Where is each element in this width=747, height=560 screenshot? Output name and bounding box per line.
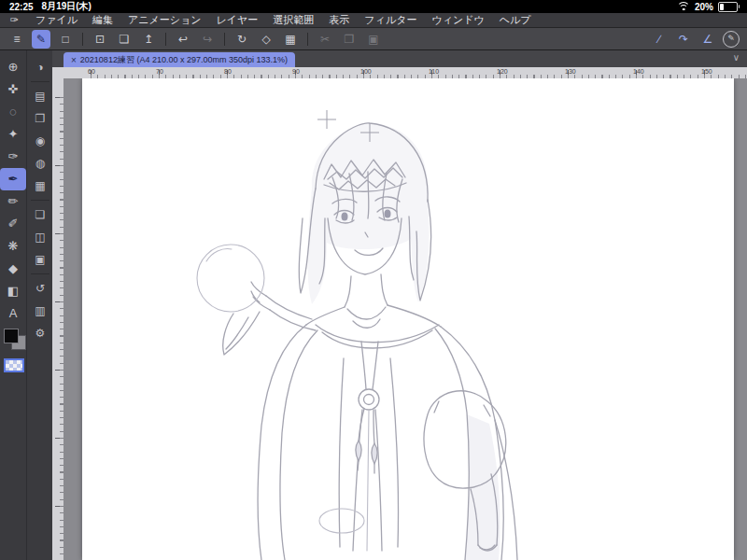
move-tool-button[interactable]: ✜ bbox=[0, 78, 26, 101]
main-menu-button[interactable]: ≡ bbox=[7, 30, 26, 49]
selection-tool-button[interactable]: ◌ bbox=[0, 101, 26, 123]
sub-tool-icon: ❐ bbox=[35, 112, 46, 125]
snap-to-grid-button[interactable]: ∠ bbox=[698, 30, 717, 49]
zoom-tool-button[interactable]: ⊕ bbox=[0, 56, 26, 78]
color-indicator-button[interactable]: ◑ bbox=[27, 56, 53, 78]
undo-arrow-icon: ↩ bbox=[178, 33, 188, 46]
eraser-tool-button[interactable]: ◆ bbox=[0, 258, 26, 280]
toolbar-divider bbox=[165, 33, 166, 46]
ruler-number: 130 bbox=[565, 68, 576, 75]
rotate-view-button[interactable]: ↻ bbox=[233, 30, 251, 49]
material-icon: ▥ bbox=[35, 304, 45, 317]
quick-access-panel-button[interactable]: ▤ bbox=[27, 85, 53, 107]
menu-selection[interactable]: 選択範囲 bbox=[273, 13, 314, 27]
brush-size-icon: ◉ bbox=[35, 134, 45, 147]
history-icon: ↺ bbox=[35, 282, 45, 295]
ruler-number: 60 bbox=[88, 68, 95, 75]
ruler-number: 120 bbox=[497, 68, 508, 75]
tab-list-chevron-icon[interactable]: ∨ bbox=[733, 52, 740, 63]
copy-button[interactable]: ❐ bbox=[340, 30, 359, 49]
menu-help[interactable]: ヘルプ bbox=[500, 13, 531, 27]
airbrush-tool-button[interactable]: ❋ bbox=[0, 235, 26, 258]
operation-pen-icon: ✎ bbox=[36, 33, 46, 46]
color-wheel-icon: ◍ bbox=[35, 157, 45, 170]
clear-canvas-button[interactable]: ◇ bbox=[257, 30, 275, 49]
menu-layer[interactable]: レイヤー bbox=[217, 13, 259, 27]
grid-snap-icon: ∠ bbox=[703, 33, 713, 46]
text-icon: A bbox=[9, 306, 18, 320]
ruler-number: 150 bbox=[701, 68, 712, 75]
material-panel-button[interactable]: ▥ bbox=[27, 300, 53, 322]
ruler-number: 80 bbox=[224, 68, 232, 75]
open-file-button[interactable]: ❏ bbox=[115, 30, 134, 49]
toolbar-divider bbox=[224, 33, 225, 46]
special-ruler-snap-icon: ↷ bbox=[679, 33, 688, 46]
menu-animation[interactable]: アニメーション bbox=[128, 13, 202, 27]
share-file-button[interactable]: ↥ bbox=[139, 30, 158, 49]
cut-button[interactable]: ✂ bbox=[316, 30, 334, 49]
ipad-status-bar: 22:25 8月19日(木) 20% bbox=[0, 0, 747, 13]
command-toolbar: ≡ ✎ □ ⊡ ❏ ↥ ↩ ↪ ↻ ◇ ▦ ✂ ❐ ▣ ∕ ↷ ∠ ✎ bbox=[0, 28, 747, 50]
lasso-icon: ◌ bbox=[9, 105, 17, 119]
settings-panel-button[interactable]: ⚙ bbox=[27, 322, 53, 344]
ruler-number: 110 bbox=[429, 68, 439, 75]
menu-window[interactable]: ウィンドウ bbox=[431, 13, 484, 27]
toolbar-divider bbox=[307, 33, 308, 46]
trim-canvas-button[interactable]: ▦ bbox=[281, 30, 300, 49]
tool-column: ⊕ ✜ ◌ ✦ ✑ ✒ ✏ ✐ ❋ ◆ ◧ A bbox=[0, 50, 26, 560]
main-color-swatch[interactable] bbox=[4, 329, 19, 343]
layer-panel-button[interactable]: ❏ bbox=[27, 203, 53, 226]
eyedropper-icon: ✑ bbox=[8, 149, 19, 163]
fill-tool-button[interactable]: ◧ bbox=[0, 280, 26, 302]
undo-button[interactable]: ↩ bbox=[174, 30, 192, 49]
magnifier-icon: ⊕ bbox=[8, 60, 19, 74]
assistant-pen-button[interactable]: ✎ bbox=[723, 31, 740, 48]
text-tool-button[interactable]: A bbox=[0, 302, 26, 325]
history-panel-button[interactable]: ↺ bbox=[27, 277, 53, 300]
snap-to-ruler-button[interactable]: ∕ bbox=[650, 30, 669, 49]
document-tab[interactable]: × 20210812練習 (A4 210.00 x 297.00mm 350dp… bbox=[63, 52, 295, 67]
paste-button[interactable]: ▣ bbox=[364, 30, 383, 49]
pen-tool-button[interactable]: ✒ bbox=[0, 168, 26, 190]
transparent-color-swatch[interactable] bbox=[4, 358, 24, 372]
close-tab-icon[interactable]: × bbox=[71, 55, 77, 65]
menu-view[interactable]: 表示 bbox=[329, 13, 349, 27]
canvas-page[interactable] bbox=[82, 78, 734, 560]
auto-select-tool-button[interactable]: ✦ bbox=[0, 123, 26, 146]
redo-button[interactable]: ↪ bbox=[198, 30, 217, 49]
sub-tool-panel-button[interactable]: ❐ bbox=[27, 107, 53, 130]
panel-divider bbox=[31, 200, 49, 201]
paste-icon: ▣ bbox=[368, 33, 378, 46]
document-tab-bar: × 20210812練習 (A4 210.00 x 297.00mm 350dp… bbox=[52, 50, 747, 68]
ruler-number: 140 bbox=[633, 68, 644, 75]
quick-access-icon: ▤ bbox=[35, 90, 45, 103]
menu-edit[interactable]: 編集 bbox=[92, 13, 113, 27]
operation-select-button[interactable]: ✎ bbox=[32, 30, 50, 49]
tool-sidebar: ⊕ ✜ ◌ ✦ ✑ ✒ ✏ ✐ ❋ ◆ ◧ A ◑ ▤ ❐ ◉ ◍ bbox=[0, 50, 53, 560]
transform-button[interactable]: □ bbox=[56, 30, 75, 49]
color-set-icon: ▦ bbox=[35, 179, 45, 192]
navigator-icon: ▣ bbox=[35, 253, 45, 266]
brush-size-panel-button[interactable]: ◉ bbox=[27, 130, 53, 152]
pencil-icon: ✏ bbox=[8, 194, 19, 208]
eyedropper-tool-button[interactable]: ✑ bbox=[0, 146, 26, 168]
layer-property-panel-button[interactable]: ◫ bbox=[27, 226, 53, 248]
layer-property-icon: ◫ bbox=[35, 231, 45, 244]
color-wheel-panel-button[interactable]: ◍ bbox=[27, 152, 53, 175]
pencil-tool-button[interactable]: ✏ bbox=[0, 190, 26, 213]
ruler-number: 90 bbox=[292, 68, 300, 75]
menu-filter[interactable]: フィルター bbox=[364, 13, 416, 27]
ruler-number: 70 bbox=[156, 68, 163, 75]
toolbar-divider bbox=[82, 33, 83, 46]
color-set-panel-button[interactable]: ▦ bbox=[27, 175, 53, 197]
menu-bar: ✑ ファイル 編集 アニメーション レイヤー 選択範囲 表示 フィルター ウィン… bbox=[0, 13, 747, 28]
canvas-viewport[interactable] bbox=[63, 78, 747, 560]
ruler-number: 100 bbox=[360, 68, 372, 75]
export-device-button[interactable]: ⊡ bbox=[91, 30, 109, 49]
navigator-panel-button[interactable]: ▣ bbox=[27, 248, 53, 271]
menu-file[interactable]: ファイル bbox=[35, 13, 78, 27]
snap-to-special-ruler-button[interactable]: ↷ bbox=[674, 30, 693, 49]
brush-tool-button[interactable]: ✐ bbox=[0, 213, 26, 235]
color-chips bbox=[3, 329, 27, 383]
trim-icon: ▦ bbox=[285, 33, 295, 46]
